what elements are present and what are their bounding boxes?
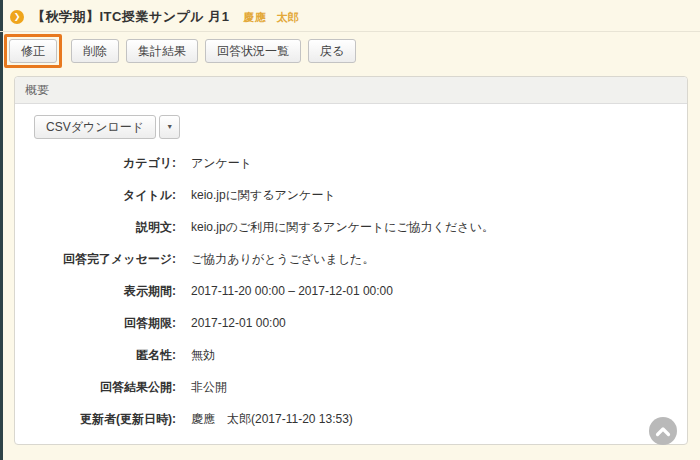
summary-panel: 概要 CSVダウンロード ▼ カテゴリ: アンケート タイトル: keio.jp… — [14, 76, 688, 445]
field-label: 匿名性: — [21, 346, 176, 364]
field-row-results-publication: 回答結果公開: 非公開 — [21, 371, 687, 403]
field-value: 慶應 太郎(2017-11-20 13:53) — [191, 410, 353, 428]
field-value: 非公開 — [191, 378, 227, 396]
field-row-completion-message: 回答完了メッセージ: ご協力ありがとうございました。 — [21, 243, 687, 275]
field-label: タイトル: — [21, 186, 176, 204]
chevron-right-bullet-icon: ❯ — [10, 10, 24, 24]
header-divider — [0, 31, 700, 32]
panel-title: 概要 — [15, 77, 687, 104]
field-row-answer-deadline: 回答期限: 2017-12-01 00:00 — [21, 307, 687, 339]
csv-caret-dropdown-button[interactable]: ▼ — [159, 115, 180, 139]
edit-button[interactable]: 修正 — [9, 39, 57, 63]
field-list: カテゴリ: アンケート タイトル: keio.jpに関するアンケート 説明文: … — [15, 147, 687, 435]
field-value: 無効 — [191, 346, 215, 364]
page-header: ❯ 【秋学期】ITC授業サンプル 月1 慶應 太郎 — [0, 0, 700, 27]
field-label: 説明文: — [21, 218, 176, 236]
field-label: カテゴリ: — [21, 154, 176, 172]
field-row-updated-by: 更新者(更新日時): 慶應 太郎(2017-11-20 13:53) — [21, 403, 687, 435]
caret-down-icon: ▼ — [166, 123, 173, 130]
csv-download-button[interactable]: CSVダウンロード — [34, 115, 156, 139]
field-label: 更新者(更新日時): — [21, 410, 176, 428]
field-value: 2017-11-20 00:00 – 2017-12-01 00:00 — [191, 282, 393, 300]
scroll-to-top-button[interactable] — [649, 417, 677, 445]
field-value: keio.jpに関するアンケート — [191, 186, 336, 204]
field-row-title: タイトル: keio.jpに関するアンケート — [21, 179, 687, 211]
back-button[interactable]: 戻る — [308, 39, 356, 63]
field-row-display-period: 表示期間: 2017-11-20 00:00 – 2017-12-01 00:0… — [21, 275, 687, 307]
left-edge-strip — [0, 0, 3, 460]
annotation-highlight-box: 修正 — [4, 34, 62, 68]
response-status-list-button[interactable]: 回答状況一覧 — [205, 39, 301, 63]
chevron-up-icon — [655, 426, 671, 437]
field-row-description: 説明文: keio.jpのご利用に関するアンケートにご協力ください。 — [21, 211, 687, 243]
aggregate-results-button[interactable]: 集計結果 — [126, 39, 198, 63]
delete-button[interactable]: 削除 — [71, 39, 119, 63]
field-row-anonymity: 匿名性: 無効 — [21, 339, 687, 371]
field-value: ご協力ありがとうございました。 — [191, 250, 374, 268]
page-title: 【秋学期】ITC授業サンプル 月1 — [32, 8, 230, 26]
field-value: アンケート — [191, 154, 252, 172]
field-label: 表示期間: — [21, 282, 176, 300]
field-value: keio.jpのご利用に関するアンケートにご協力ください。 — [191, 218, 494, 236]
field-value: 2017-12-01 00:00 — [191, 314, 286, 332]
field-label: 回答結果公開: — [21, 378, 176, 396]
owner-name: 慶應 太郎 — [244, 10, 299, 25]
field-label: 回答完了メッセージ: — [21, 250, 176, 268]
csv-download-split-button: CSVダウンロード ▼ — [34, 115, 687, 139]
field-label: 回答期限: — [21, 314, 176, 332]
toolbar: 修正 削除 集計結果 回答状況一覧 戻る — [0, 35, 700, 67]
field-row-category: カテゴリ: アンケート — [21, 147, 687, 179]
